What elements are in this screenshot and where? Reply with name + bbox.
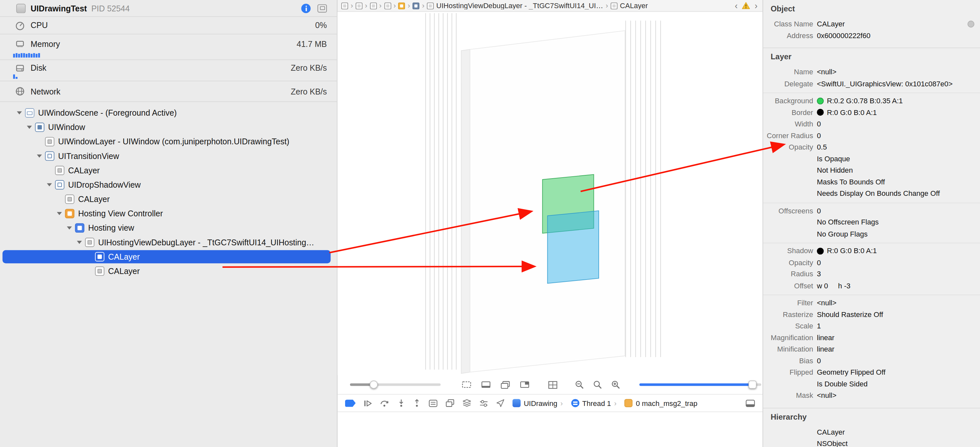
clip-content-button[interactable] bbox=[520, 381, 530, 388]
property-row: BorderR:0 G:0 B:0 A:1 bbox=[763, 107, 980, 118]
network-gauge-row[interactable]: Network Zero KB/s bbox=[0, 81, 337, 102]
tree-row[interactable]: CALayer bbox=[0, 249, 337, 264]
stack-frames-icon[interactable] bbox=[429, 399, 438, 407]
usage-bar bbox=[33, 53, 35, 57]
view-mode-combined-button[interactable] bbox=[501, 380, 510, 389]
console-toggle-icon[interactable] bbox=[746, 399, 755, 407]
jump-bar-crumb[interactable]: UIHostingViewDebugLayer - _TtGC7SwiftUI1… bbox=[427, 2, 603, 10]
warning-icon[interactable] bbox=[742, 2, 750, 10]
tree-row[interactable]: UIWindowScene - (Foreground Active) bbox=[0, 105, 337, 120]
info-icon[interactable] bbox=[301, 3, 310, 13]
property-value: 0x600000222f60 bbox=[817, 32, 870, 39]
property-value: Is Opaque bbox=[817, 155, 850, 163]
jump-bar-crumb[interactable]: CALayer bbox=[611, 2, 648, 10]
jump-bar-crumb[interactable] bbox=[399, 2, 405, 9]
section-title: Object bbox=[763, 0, 980, 16]
step-over-icon[interactable] bbox=[380, 399, 390, 407]
tree-row[interactable]: CALayer bbox=[0, 192, 337, 206]
property-row: Mask<null> bbox=[763, 390, 980, 401]
jump-bar-crumb[interactable] bbox=[412, 2, 419, 9]
grid-button[interactable] bbox=[548, 380, 558, 389]
debug-crumb-thread[interactable]: Thread 1 › bbox=[571, 399, 617, 407]
tree-row[interactable]: UIDropShadowView bbox=[0, 177, 337, 192]
jump-bar-crumb[interactable] bbox=[341, 2, 348, 9]
tree-node-label: UIWindowLayer - UIWindow (com.juniperpho… bbox=[58, 137, 290, 146]
zoom-in-icon[interactable] bbox=[611, 380, 620, 390]
back-arrow[interactable]: ‹ bbox=[735, 1, 738, 10]
view-debugger-icon[interactable] bbox=[463, 399, 471, 407]
tree-row[interactable]: CALayer bbox=[0, 264, 337, 278]
property-value: 0 bbox=[817, 132, 821, 139]
layer-icon bbox=[65, 195, 75, 204]
zoom-out-icon[interactable] bbox=[575, 380, 584, 390]
view-mode-wireframe-button[interactable] bbox=[462, 381, 471, 388]
disclosure-triangle[interactable] bbox=[64, 227, 75, 230]
crumb-label: UIHostingViewDebugLayer - _TtGC7SwiftUI1… bbox=[436, 2, 603, 10]
crumb-icon bbox=[611, 2, 617, 9]
layer-icon bbox=[85, 238, 94, 247]
spacing-slider[interactable] bbox=[350, 383, 441, 386]
property-group: Class NameCALayerAddress0x600000222f60 bbox=[763, 16, 980, 44]
spacing-slider-knob[interactable] bbox=[369, 380, 378, 389]
usage-bar bbox=[30, 54, 33, 57]
process-header[interactable]: UIDrawingTest PID 52544 bbox=[0, 0, 337, 17]
layer-icon bbox=[95, 252, 105, 262]
crumb-icon bbox=[356, 2, 363, 9]
tree-row[interactable]: UITransitionView bbox=[0, 149, 337, 163]
disk-label: Disk bbox=[30, 63, 46, 73]
disclosure-triangle[interactable] bbox=[24, 126, 35, 129]
simulate-location-icon[interactable] bbox=[496, 399, 504, 407]
tree-row[interactable]: UIWindowLayer - UIWindow (com.juniperpho… bbox=[0, 134, 337, 149]
disk-gauge-row[interactable]: Disk Zero KB/s bbox=[0, 60, 337, 81]
property-value: No Group Flags bbox=[817, 230, 868, 238]
environment-overrides-icon[interactable] bbox=[479, 399, 488, 407]
tree-node-label: Hosting View Controller bbox=[78, 209, 163, 218]
chevron-separator: › bbox=[606, 2, 608, 10]
range-slider-knob[interactable] bbox=[749, 380, 757, 389]
forward-arrow[interactable]: › bbox=[755, 1, 757, 10]
memory-gauge-row[interactable]: Memory 41.7 MB bbox=[0, 35, 337, 60]
range-slider[interactable] bbox=[640, 383, 761, 386]
jump-bar-crumb[interactable] bbox=[370, 2, 377, 9]
layer-edge-lines-right bbox=[626, 21, 661, 357]
jump-bar-crumb[interactable] bbox=[356, 2, 363, 9]
disclosure-triangle[interactable] bbox=[34, 155, 45, 158]
tree-row[interactable]: UIWindow bbox=[0, 120, 337, 134]
jump-bar-crumb[interactable] bbox=[384, 2, 391, 9]
crumb-icon bbox=[399, 2, 405, 9]
debug-crumb-frame[interactable]: 0 mach_msg2_trap bbox=[625, 399, 698, 407]
zoom-fit-icon[interactable] bbox=[593, 380, 603, 390]
disclosure-triangle[interactable] bbox=[54, 212, 65, 216]
tree-row[interactable]: UIHostingViewDebugLayer - _TtGC7SwiftUI1… bbox=[0, 235, 337, 249]
disclosure-triangle[interactable] bbox=[44, 183, 55, 186]
memory-value: 41.7 MB bbox=[297, 39, 327, 48]
canvas-3d-view[interactable] bbox=[337, 12, 762, 375]
color-swatch bbox=[817, 97, 824, 104]
debug-crumb-app[interactable]: UIDrawing › bbox=[512, 399, 563, 407]
property-value: R:0 G:0 B:0 A:1 bbox=[817, 109, 877, 116]
property-row: Not Hidden bbox=[763, 164, 980, 176]
cpu-gauge-row[interactable]: CPU 0% bbox=[0, 17, 337, 35]
property-row: Minificationlinear bbox=[763, 343, 980, 355]
tree-row[interactable]: Hosting View Controller bbox=[0, 206, 337, 220]
tree-row[interactable]: Hosting view bbox=[0, 221, 337, 235]
step-out-icon[interactable] bbox=[413, 399, 421, 407]
property-value: Not Hidden bbox=[817, 166, 853, 174]
console-area[interactable] bbox=[337, 412, 762, 447]
usage-bar bbox=[35, 54, 37, 57]
breakpoints-toggle-icon[interactable] bbox=[345, 399, 356, 407]
step-into-icon[interactable] bbox=[398, 399, 405, 407]
tree-node-label: UITransitionView bbox=[58, 152, 119, 161]
blue-layer-plane[interactable] bbox=[547, 211, 599, 283]
memory-graph-icon[interactable] bbox=[446, 399, 455, 407]
jump-bar-nav: ‹ › bbox=[735, 1, 757, 10]
continue-icon[interactable] bbox=[364, 399, 372, 407]
disclosure-triangle[interactable] bbox=[14, 112, 25, 115]
class-docs-icon[interactable] bbox=[967, 21, 974, 27]
view-mode-contents-button[interactable] bbox=[481, 381, 491, 388]
property-value: linear bbox=[817, 345, 834, 353]
tree-row[interactable]: CALayer bbox=[0, 163, 337, 177]
section-title: Hierarchy bbox=[763, 407, 980, 425]
disclosure-triangle[interactable] bbox=[74, 241, 85, 244]
memory-chip-icon[interactable] bbox=[317, 4, 327, 12]
